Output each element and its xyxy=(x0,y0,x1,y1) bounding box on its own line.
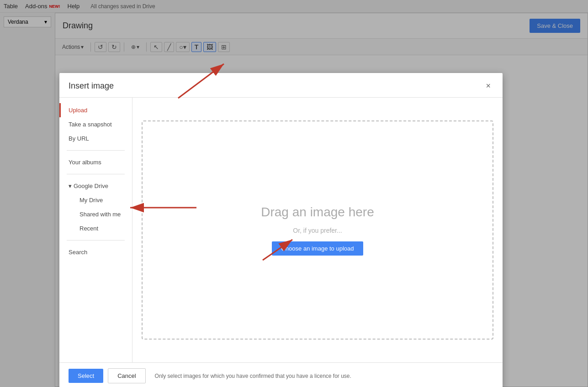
upload-label: Upload xyxy=(69,107,87,114)
mydrive-label: My Drive xyxy=(79,197,103,204)
sidebar-item-albums[interactable]: Your albums xyxy=(59,155,132,169)
drop-zone-subtitle: Or, if you prefer... xyxy=(293,227,342,234)
dialog-header: Insert image × xyxy=(59,73,503,98)
sidebar-item-search[interactable]: Search xyxy=(59,245,132,259)
dialog-main: Drag an image here Or, if you prefer... … xyxy=(132,98,503,362)
google-drive-dropdown-icon: ▾ xyxy=(69,183,72,189)
sidebar-item-byurl[interactable]: By URL xyxy=(59,131,132,146)
sidebar-item-upload[interactable]: Upload xyxy=(59,103,132,117)
google-drive-label: Google Drive xyxy=(74,183,108,189)
sidebar-item-snapshot[interactable]: Take a snapshot xyxy=(59,117,132,131)
dialog-close-button[interactable]: × xyxy=(483,80,493,92)
sidebar-item-mydrive[interactable]: My Drive xyxy=(59,193,132,207)
sidebar-divider-1 xyxy=(67,150,125,151)
sidebar-divider-3 xyxy=(67,240,125,241)
cancel-button[interactable]: Cancel xyxy=(108,368,145,383)
sidebar-item-shared[interactable]: Shared with me xyxy=(59,207,132,221)
dialog-body: Upload Take a snapshot By URL Your album… xyxy=(59,98,503,362)
albums-label: Your albums xyxy=(69,159,101,166)
sidebar-divider-2 xyxy=(67,174,125,174)
sidebar-item-recent[interactable]: Recent xyxy=(59,221,132,235)
drop-zone[interactable]: Drag an image here Or, if you prefer... … xyxy=(142,120,493,340)
snapshot-label: Take a snapshot xyxy=(69,121,112,128)
dialog-footer: Select Cancel Only select images for whi… xyxy=(59,362,503,387)
shared-label: Shared with me xyxy=(79,211,121,218)
recent-label: Recent xyxy=(79,225,98,232)
license-text: Only select images for which you have co… xyxy=(155,373,351,379)
dialog-title: Insert image xyxy=(69,81,114,91)
sidebar-googledrive-group[interactable]: ▾ Google Drive xyxy=(59,179,132,193)
select-button[interactable]: Select xyxy=(69,369,103,383)
byurl-label: By URL xyxy=(69,135,89,142)
insert-image-dialog: Insert image × Upload Take a snapshot By… xyxy=(59,73,503,387)
choose-image-button[interactable]: Choose an image to upload xyxy=(272,241,363,256)
drop-zone-title: Drag an image here xyxy=(261,205,374,220)
search-label: Search xyxy=(69,249,87,256)
dialog-sidebar: Upload Take a snapshot By URL Your album… xyxy=(59,98,132,362)
